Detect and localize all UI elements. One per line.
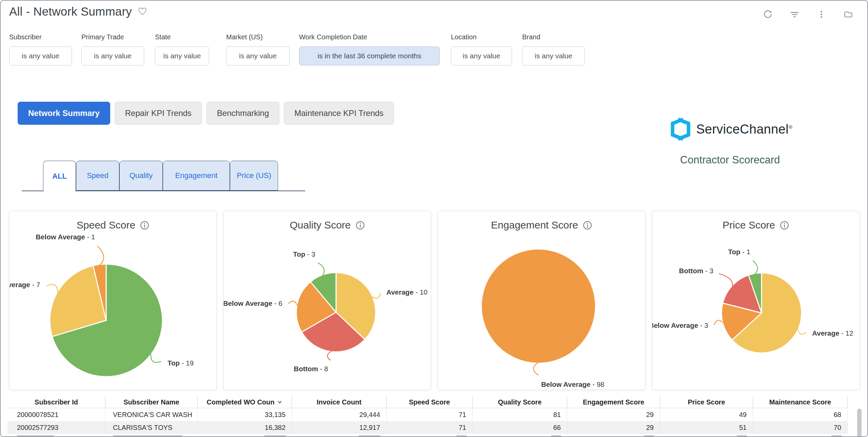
- pie-slice-below-average[interactable]: [482, 250, 595, 363]
- label-leader-line: [533, 362, 538, 375]
- column-header-label: Quality Score: [498, 398, 542, 406]
- table-cell: [473, 434, 567, 437]
- branding: ServiceChannel® Contractor Scorecard: [670, 116, 792, 166]
- table-cell[interactable]: 29,444: [292, 408, 387, 421]
- table-cell[interactable]: 51: [660, 421, 753, 434]
- table-cell[interactable]: 20002577293: [7, 421, 105, 434]
- table-vertical-scrollbar[interactable]: [857, 409, 862, 437]
- table-cell[interactable]: 71: [387, 421, 473, 434]
- pie-slice-label: Average - 10: [386, 288, 427, 296]
- tab-all[interactable]: ALL: [43, 161, 76, 192]
- filter-value-chip[interactable]: is any value: [451, 46, 512, 65]
- label-leader-line: [753, 260, 757, 274]
- table-cell[interactable]: 68: [753, 408, 848, 421]
- filter-value-chip[interactable]: is any value: [226, 46, 290, 65]
- filter-value-chip[interactable]: is any value: [522, 46, 585, 65]
- filter-label: Location: [451, 33, 512, 41]
- table-cell[interactable]: 66: [473, 421, 567, 434]
- column-header-engagement-score[interactable]: Engagement Score: [567, 396, 660, 408]
- brand-name: ServiceChannel®: [696, 122, 792, 137]
- column-header-label: Price Score: [688, 398, 725, 406]
- folder-icon[interactable]: [844, 9, 853, 19]
- nav-button-maintenance-kpi-trends[interactable]: Maintenance KPI Trends: [284, 102, 394, 125]
- table-cell[interactable]: 29: [567, 421, 660, 434]
- filter-value-chip[interactable]: is any value: [81, 46, 144, 65]
- table-cell[interactable]: 29: [567, 408, 660, 421]
- clipped-text-sliver: [17, 435, 54, 437]
- tab-speed[interactable]: Speed: [76, 161, 119, 191]
- contractor-scorecard-dashboard: All - Network Summary Subscriberis any v…: [0, 0, 868, 437]
- column-header-price-score[interactable]: Price Score: [660, 396, 753, 408]
- sort-caret-icon: [277, 399, 282, 405]
- table-cell[interactable]: 12,917: [292, 421, 387, 434]
- label-leader-line: [47, 284, 58, 293]
- engagement-score-pie-chart: Below Average - 98: [438, 211, 646, 390]
- kebab-menu-icon[interactable]: [817, 10, 826, 19]
- table-cell[interactable]: 20000078521: [7, 408, 105, 421]
- pie-slice-label: Below Average - 1: [36, 233, 95, 241]
- filter-market-us-: Market (US)is any value: [226, 33, 290, 65]
- tab-price-(us)[interactable]: Price (US): [230, 161, 278, 191]
- refresh-icon[interactable]: [763, 10, 772, 19]
- filter-value-chip[interactable]: is in the last 36 complete months: [299, 46, 440, 65]
- tab-quality[interactable]: Quality: [119, 161, 163, 191]
- table-cell: [567, 434, 660, 437]
- nav-button-repair-kpi-trends[interactable]: Repair KPI Trends: [115, 102, 202, 125]
- filter-location: Locationis any value: [451, 33, 512, 65]
- page-title: All - Network Summary: [9, 5, 132, 18]
- pie-slice-label: Average - 7: [9, 281, 40, 289]
- dashboard-nav-buttons: Network SummaryRepair KPI TrendsBenchmar…: [18, 102, 394, 125]
- table-cell[interactable]: 70: [753, 421, 848, 434]
- label-leader-line: [288, 301, 297, 305]
- table-cell: [105, 434, 198, 437]
- column-header-subscriber-id[interactable]: Subscriber Id: [7, 396, 105, 408]
- tab-engagement[interactable]: Engagement: [163, 161, 230, 191]
- favorite-heart-icon[interactable]: [137, 7, 147, 16]
- title-bar: All - Network Summary: [9, 5, 147, 18]
- column-header-completed-wo-coun[interactable]: Completed WO Coun: [198, 396, 292, 408]
- table-cell[interactable]: 81: [473, 408, 567, 421]
- column-header-label: Completed WO Coun: [207, 398, 275, 406]
- chart-card-speed-score: Speed ScoreTop - 19Average - 7Below Aver…: [9, 211, 217, 390]
- column-header-quality-score[interactable]: Quality Score: [473, 396, 567, 408]
- table-cell[interactable]: 33,135: [198, 408, 292, 421]
- column-header-label: Speed Score: [409, 398, 450, 406]
- pie-slice-label: Average - 12: [812, 329, 853, 337]
- table-cell[interactable]: VERONICA'S CAR WASH: [105, 408, 198, 421]
- column-header-invoice-count[interactable]: Invoice Count: [292, 396, 387, 408]
- table-cell[interactable]: 49: [660, 408, 753, 421]
- filter-value-chip[interactable]: is any value: [155, 46, 209, 65]
- filter-icon[interactable]: [790, 10, 799, 19]
- label-leader-line: [798, 329, 806, 334]
- filter-label: Market (US): [226, 33, 290, 41]
- nav-button-network-summary[interactable]: Network Summary: [18, 102, 110, 125]
- table-cell: [7, 434, 105, 437]
- table-cell[interactable]: 16,382: [198, 421, 292, 434]
- filter-label: Subscriber: [9, 33, 72, 41]
- table-cell: [660, 434, 753, 437]
- column-header-maintenance-score[interactable]: Maintenance Score: [753, 396, 848, 408]
- column-header-label: Engagement Score: [583, 398, 644, 406]
- pie-slice-label: Below Average - 6: [224, 299, 282, 307]
- label-leader-line: [151, 354, 161, 362]
- filter-primary-trade: Primary Tradeis any value: [81, 33, 144, 65]
- nav-button-benchmarking[interactable]: Benchmarking: [206, 102, 279, 125]
- table-cell[interactable]: 71: [387, 408, 473, 421]
- table-row: 20002577293CLARISSA'S TOYS16,38212,91771…: [7, 421, 848, 434]
- pie-slice-label: Bottom - 8: [294, 365, 328, 373]
- dashboard-actions: [763, 9, 853, 19]
- chart-card-engagement-score: Engagement ScoreBelow Average - 98: [438, 211, 645, 390]
- column-header-label: Invoice Count: [317, 398, 361, 406]
- pie-slice-label: Top - 3: [293, 250, 315, 258]
- filter-value-chip[interactable]: is any value: [9, 46, 72, 65]
- column-header-subscriber-name[interactable]: Subscriber Name: [105, 396, 198, 408]
- price-score-pie-chart: Average - 12Below Average - 3Bottom - 3T…: [652, 211, 860, 390]
- table-header-row: Subscriber IdSubscriber NameCompleted WO…: [7, 396, 848, 408]
- pie-slice-label: Top - 19: [167, 359, 194, 367]
- filter-state: Stateis any value: [155, 33, 209, 65]
- filter-label: Brand: [522, 33, 585, 41]
- label-leader-line: [318, 263, 324, 275]
- table-cell[interactable]: CLARISSA'S TOYS: [105, 421, 198, 434]
- pie-slice-label: Top - 1: [728, 248, 751, 256]
- column-header-speed-score[interactable]: Speed Score: [387, 396, 473, 408]
